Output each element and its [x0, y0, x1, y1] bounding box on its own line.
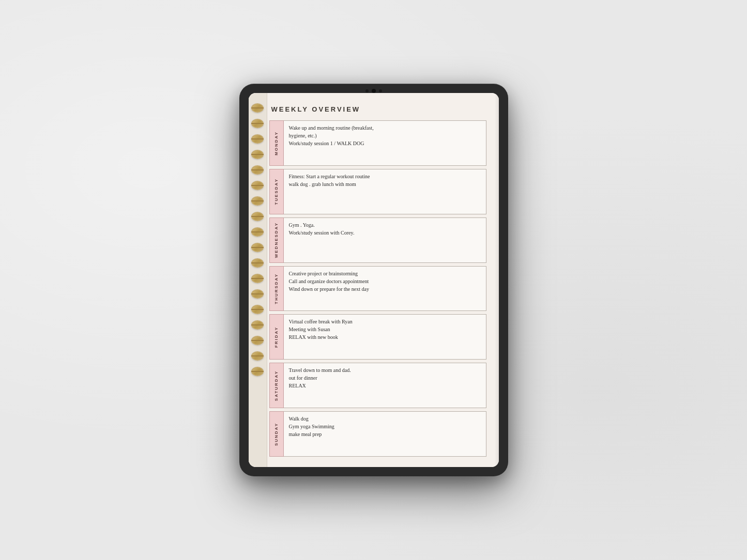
day-row-wednesday: WEDNESDAYGym . Yoga. Work/study session … — [269, 217, 486, 263]
day-row-thursday: THURSDAYCreative project or brainstormin… — [269, 266, 486, 312]
day-row-tuesday: TUESDAYFitness: Start a regular workout … — [269, 169, 486, 214]
day-content-friday[interactable]: Virtual coffee break with Ryan Meeting w… — [284, 314, 486, 360]
spiral-coil — [251, 367, 264, 376]
spiral-coil — [251, 289, 264, 299]
day-content-saturday[interactable]: Travel down to mom and dad. out for dinn… — [284, 363, 486, 408]
day-content-monday[interactable]: Wake up and morning routine (breakfast, … — [284, 120, 486, 166]
spiral-coil — [251, 134, 264, 144]
spiral-coil — [251, 119, 264, 128]
spiral-coil — [251, 274, 264, 283]
day-row-friday: FRIDAYVirtual coffee break with Ryan Mee… — [269, 314, 486, 360]
day-row-saturday: SATURDAYTravel down to mom and dad. out … — [269, 363, 486, 408]
tablet-device: WEEKLY OVERVIEW MONDAYWake up and mornin… — [239, 84, 508, 476]
day-label-sunday: SUNDAY — [274, 423, 279, 446]
spiral-coil — [251, 150, 264, 159]
day-label-container-monday: MONDAY — [269, 120, 284, 166]
spiral-coil — [251, 212, 264, 221]
tablet-camera — [365, 89, 382, 93]
day-row-monday: MONDAYWake up and morning routine (break… — [269, 120, 486, 166]
day-label-tuesday: TUESDAY — [274, 178, 279, 205]
day-content-wednesday[interactable]: Gym . Yoga. Work/study session with Core… — [284, 217, 486, 263]
camera-lens — [372, 89, 376, 93]
spiral-coil — [251, 181, 264, 190]
spiral-coil — [251, 165, 264, 175]
day-label-friday: FRIDAY — [274, 326, 279, 348]
tablet-screen: WEEKLY OVERVIEW MONDAYWake up and mornin… — [249, 93, 499, 467]
day-label-container-saturday: SATURDAY — [269, 363, 284, 408]
day-row-sunday: SUNDAYWalk dog Gym yoga Swimming make me… — [269, 411, 486, 457]
day-content-tuesday[interactable]: Fitness: Start a regular workout routine… — [284, 169, 486, 214]
spiral-coil — [251, 258, 264, 268]
planner-page: WEEKLY OVERVIEW MONDAYWake up and mornin… — [249, 93, 499, 467]
spiral-coil — [251, 305, 264, 314]
spiral-coil — [251, 243, 264, 252]
spiral-coil — [251, 103, 264, 113]
day-content-sunday[interactable]: Walk dog Gym yoga Swimming make meal pre… — [284, 411, 486, 457]
day-label-monday: MONDAY — [274, 131, 279, 155]
day-content-thursday[interactable]: Creative project or brainstorming Call a… — [284, 266, 486, 312]
day-text-tuesday: Fitness: Start a regular workout routine… — [289, 173, 370, 188]
spiral-coil — [251, 336, 264, 345]
camera-dot-right — [379, 89, 382, 92]
day-label-container-tuesday: TUESDAY — [269, 169, 284, 214]
day-text-wednesday: Gym . Yoga. Work/study session with Core… — [289, 221, 355, 237]
days-container: MONDAYWake up and morning routine (break… — [269, 120, 486, 457]
spiral-binding — [249, 93, 267, 467]
day-label-container-sunday: SUNDAY — [269, 411, 284, 457]
spiral-coil — [251, 196, 264, 206]
day-label-container-friday: FRIDAY — [269, 314, 284, 360]
day-text-sunday: Walk dog Gym yoga Swimming make meal pre… — [289, 415, 334, 438]
day-text-friday: Virtual coffee break with Ryan Meeting w… — [289, 318, 353, 341]
day-label-container-thursday: THURSDAY — [269, 266, 284, 312]
day-text-saturday: Travel down to mom and dad. out for dinn… — [289, 366, 351, 390]
spiral-coil — [251, 351, 264, 361]
day-label-container-wednesday: WEDNESDAY — [269, 217, 284, 263]
day-label-wednesday: WEDNESDAY — [274, 222, 279, 258]
spiral-coil — [251, 227, 264, 237]
content-area: WEEKLY OVERVIEW MONDAYWake up and mornin… — [269, 105, 486, 457]
day-text-monday: Wake up and morning routine (breakfast, … — [289, 124, 374, 147]
camera-dot-left — [365, 89, 369, 92]
page-title: WEEKLY OVERVIEW — [269, 105, 486, 113]
day-text-thursday: Creative project or brainstorming Call a… — [289, 270, 369, 293]
day-label-saturday: SATURDAY — [274, 370, 279, 401]
spiral-coil — [251, 320, 264, 330]
day-label-thursday: THURSDAY — [274, 273, 279, 304]
